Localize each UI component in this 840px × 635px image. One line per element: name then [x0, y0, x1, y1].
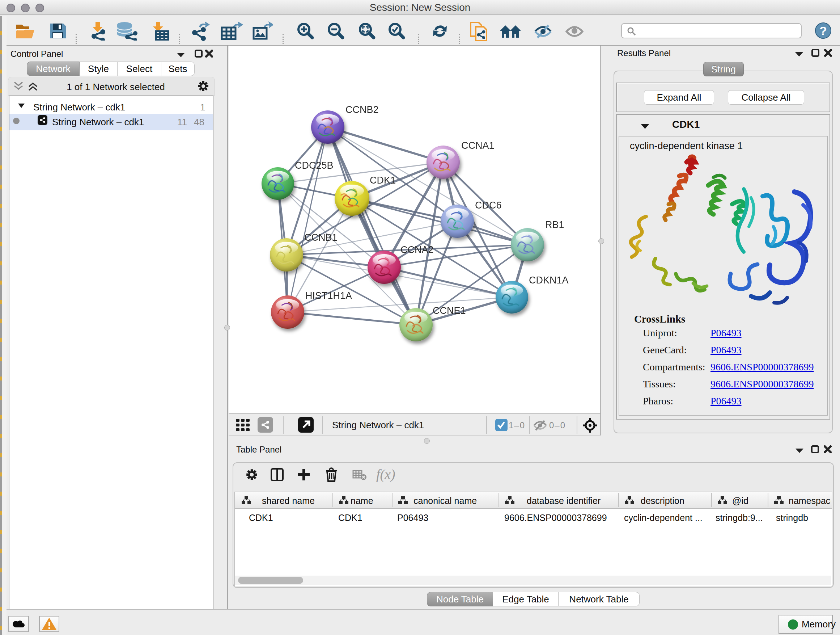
svg-text:CCNA2: CCNA2 — [401, 244, 434, 255]
svg-text:CDC6: CDC6 — [475, 200, 502, 211]
svg-text:CDC25B: CDC25B — [295, 160, 333, 171]
svg-text:CCNB2: CCNB2 — [346, 104, 379, 115]
svg-text:HIST1H1A: HIST1H1A — [305, 290, 352, 301]
svg-text:RB1: RB1 — [545, 219, 564, 230]
svg-text:CCNE1: CCNE1 — [433, 305, 466, 316]
svg-text:CCNB1: CCNB1 — [304, 232, 338, 243]
svg-text:CDKN1A: CDKN1A — [529, 275, 569, 286]
svg-text:CDK1: CDK1 — [370, 175, 396, 186]
svg-text:CCNA1: CCNA1 — [461, 140, 494, 151]
